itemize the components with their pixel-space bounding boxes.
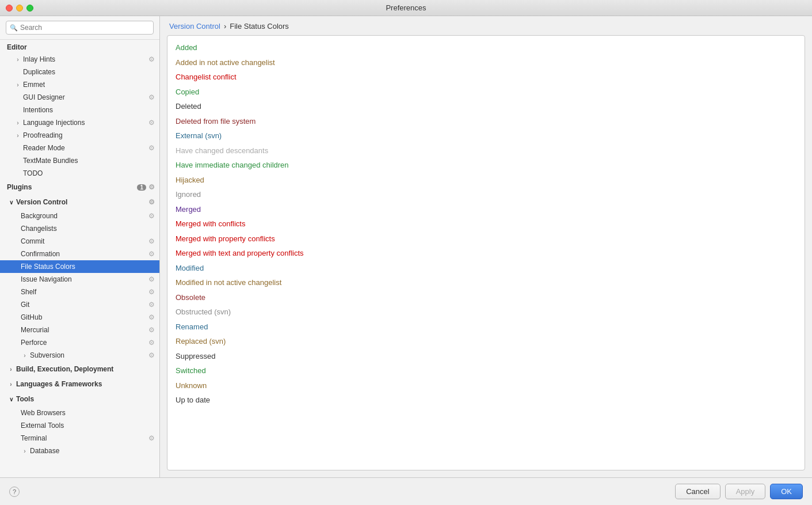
status-item-have-changed-descendants[interactable]: Have changed descendants xyxy=(167,143,805,158)
gear-icon: ⚙ xyxy=(148,237,155,245)
sidebar-item-label: Duplicates xyxy=(23,68,155,76)
sidebar-item-intentions[interactable]: › Intentions xyxy=(0,104,159,116)
breadcrumb-parent[interactable]: Version Control xyxy=(169,22,220,31)
arrow-icon: › xyxy=(14,55,22,63)
sidebar-item-label: GUI Designer xyxy=(23,93,148,101)
sidebar-item-inlay-hints[interactable]: › Inlay Hints ⚙ xyxy=(0,53,159,66)
arrow-icon: › xyxy=(14,81,22,89)
sidebar-item-gui-designer[interactable]: › GUI Designer ⚙ xyxy=(0,91,159,104)
sidebar-section-label: Tools xyxy=(16,395,155,403)
sidebar-item-shelf[interactable]: Shelf ⚙ xyxy=(0,286,159,298)
sidebar-item-web-browsers[interactable]: Web Browsers xyxy=(0,407,159,419)
sidebar-section-label: Version Control xyxy=(16,198,148,206)
sidebar-item-duplicates[interactable]: › Duplicates xyxy=(0,66,159,78)
status-item-modified-not-active[interactable]: Modified in not active changelist xyxy=(167,275,805,290)
traffic-lights xyxy=(6,5,33,12)
status-item-replaced-svn[interactable]: Replaced (svn) xyxy=(167,334,805,349)
sidebar-item-label: GitHub xyxy=(21,313,148,321)
gear-icon: ⚙ xyxy=(148,275,155,283)
status-item-suppressed[interactable]: Suppressed xyxy=(167,349,805,364)
sidebar-item-terminal[interactable]: Terminal ⚙ xyxy=(0,432,159,445)
ok-button[interactable]: OK xyxy=(770,484,803,499)
sidebar-item-reader-mode[interactable]: › Reader Mode ⚙ xyxy=(0,142,159,154)
sidebar-item-external-tools[interactable]: External Tools xyxy=(0,419,159,432)
status-item-copied[interactable]: Copied xyxy=(167,85,805,100)
status-item-deleted-from-fs[interactable]: Deleted from file system xyxy=(167,114,805,129)
sidebar-item-background[interactable]: Background ⚙ xyxy=(0,210,159,222)
status-item-merged-with-text-property-conflicts[interactable]: Merged with text and property conflicts xyxy=(167,246,805,261)
status-item-external-svn[interactable]: External (svn) xyxy=(167,128,805,143)
sidebar-section-tools[interactable]: ∨ Tools xyxy=(0,392,159,407)
expanded-arrow-icon: ∨ xyxy=(7,198,15,206)
gear-icon: ⚙ xyxy=(148,144,155,152)
sidebar-item-label: Mercurial xyxy=(21,326,148,334)
sidebar-item-language-injections[interactable]: › Language Injections ⚙ xyxy=(0,116,159,129)
sidebar-section-version-control[interactable]: ∨ Version Control ⚙ xyxy=(0,195,159,210)
close-button[interactable] xyxy=(6,5,13,12)
content-panel: Version Control › File Status Colors Add… xyxy=(160,16,812,477)
sidebar-item-textmate-bundles[interactable]: › TextMate Bundles xyxy=(0,154,159,167)
status-item-added[interactable]: Added xyxy=(167,40,805,55)
sidebar: 🔍 Editor › Inlay Hints ⚙ › Duplicates › … xyxy=(0,16,160,477)
gear-icon: ⚙ xyxy=(148,198,155,206)
status-item-unknown[interactable]: Unknown xyxy=(167,378,805,393)
sidebar-section-build[interactable]: › Build, Execution, Deployment xyxy=(0,362,159,377)
sidebar-item-label: Proofreading xyxy=(23,131,155,139)
sidebar-item-issue-navigation[interactable]: Issue Navigation ⚙ xyxy=(0,273,159,286)
status-item-merged[interactable]: Merged xyxy=(167,202,805,217)
sidebar-item-changelists[interactable]: Changelists xyxy=(0,222,159,235)
status-item-switched[interactable]: Switched xyxy=(167,363,805,378)
sidebar-item-proofreading[interactable]: › Proofreading xyxy=(0,129,159,142)
sidebar-item-label: Subversion xyxy=(30,351,148,359)
sidebar-item-label: External Tools xyxy=(21,422,155,430)
sidebar-item-label: File Status Colors xyxy=(21,263,155,271)
status-item-merged-with-conflicts[interactable]: Merged with conflicts xyxy=(167,217,805,231)
help-button[interactable]: ? xyxy=(9,487,20,497)
status-item-have-immediate-changed-children[interactable]: Have immediate changed children xyxy=(167,158,805,173)
sidebar-item-commit[interactable]: Commit ⚙ xyxy=(0,235,159,248)
sidebar-item-perforce[interactable]: Perforce ⚙ xyxy=(0,336,159,349)
window-title: Preferences xyxy=(386,3,426,12)
status-item-deleted[interactable]: Deleted xyxy=(167,99,805,114)
status-item-changelist-conflict[interactable]: Changelist conflict xyxy=(167,70,805,85)
status-item-merged-with-property-conflicts[interactable]: Merged with property conflicts xyxy=(167,231,805,246)
status-item-added-not-active[interactable]: Added in not active changelist xyxy=(167,55,805,70)
status-item-renamed[interactable]: Renamed xyxy=(167,320,805,335)
status-item-obstructed-svn[interactable]: Obstructed (svn) xyxy=(167,305,805,320)
sidebar-item-label: Changelists xyxy=(21,225,155,233)
gear-icon: ⚙ xyxy=(148,351,155,359)
sidebar-item-todo[interactable]: › TODO xyxy=(0,167,159,180)
sidebar-section-languages[interactable]: › Languages & Frameworks xyxy=(0,377,159,392)
sidebar-item-label: Issue Navigation xyxy=(21,275,148,283)
cancel-button[interactable]: Cancel xyxy=(675,484,720,499)
search-wrapper: 🔍 xyxy=(6,21,154,35)
gear-icon: ⚙ xyxy=(148,339,155,347)
sidebar-item-label: Inlay Hints xyxy=(23,55,148,63)
sidebar-item-mercurial[interactable]: Mercurial ⚙ xyxy=(0,324,159,336)
apply-button[interactable]: Apply xyxy=(725,484,766,499)
gear-icon: ⚙ xyxy=(148,313,155,321)
status-item-ignored[interactable]: Ignored xyxy=(167,187,805,202)
minimize-button[interactable] xyxy=(16,5,23,12)
status-item-obsolete[interactable]: Obsolete xyxy=(167,290,805,305)
status-item-up-to-date[interactable]: Up to date xyxy=(167,393,805,408)
status-item-hijacked[interactable]: Hijacked xyxy=(167,173,805,188)
main-content: 🔍 Editor › Inlay Hints ⚙ › Duplicates › … xyxy=(0,16,812,477)
sidebar-item-label: Language Injections xyxy=(23,119,148,127)
sidebar-scroll: Editor › Inlay Hints ⚙ › Duplicates › Em… xyxy=(0,40,159,477)
sidebar-item-git[interactable]: Git ⚙ xyxy=(0,298,159,311)
sidebar-item-subversion[interactable]: › Subversion ⚙ xyxy=(0,349,159,362)
status-item-modified[interactable]: Modified xyxy=(167,261,805,276)
sidebar-item-file-status-colors[interactable]: File Status Colors xyxy=(0,260,159,273)
sidebar-item-database[interactable]: › Database xyxy=(0,445,159,457)
arrow-icon: › xyxy=(14,119,22,127)
sidebar-item-emmet[interactable]: › Emmet xyxy=(0,78,159,91)
sidebar-item-github[interactable]: GitHub ⚙ xyxy=(0,311,159,324)
gear-icon: ⚙ xyxy=(148,301,155,309)
expanded-arrow-icon: ∨ xyxy=(7,395,15,403)
search-input[interactable] xyxy=(6,21,154,35)
arrow-icon: › xyxy=(7,380,15,388)
sidebar-item-label: Intentions xyxy=(23,106,155,114)
maximize-button[interactable] xyxy=(26,5,33,12)
sidebar-item-confirmation[interactable]: Confirmation ⚙ xyxy=(0,248,159,260)
